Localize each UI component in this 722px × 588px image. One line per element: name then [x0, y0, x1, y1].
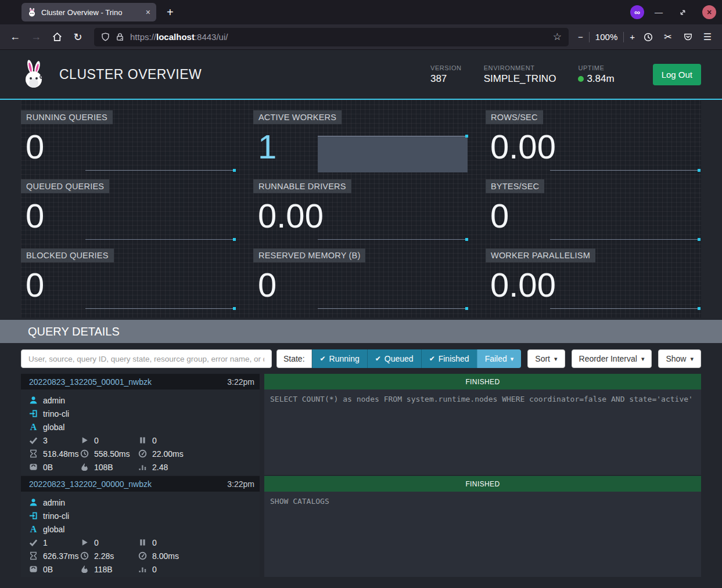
completed-splits: 3	[43, 436, 48, 445]
completed-splits-icon	[29, 436, 38, 445]
filter-running-button[interactable]: ✔ Running	[312, 349, 367, 368]
url-bar[interactable]: https://localhost:8443/ui/ ☆	[94, 28, 569, 46]
queued-splits: 0	[152, 538, 157, 547]
query-source: trino-cli	[43, 409, 69, 419]
cpu-time: 22.00ms	[152, 449, 184, 459]
filter-queued-button[interactable]: ✔ Queued	[367, 349, 421, 368]
cumulative-memory-icon	[138, 565, 147, 573]
current-memory-icon	[29, 565, 38, 573]
sparkline	[550, 308, 700, 309]
query-row: 20220823_132202_00000_nwbzk 3:22pm FINIS…	[21, 476, 701, 577]
private-browsing-icon: ∞	[630, 5, 644, 19]
check-icon: ✔	[429, 355, 435, 363]
shield-icon[interactable]	[101, 33, 110, 41]
query-id-link[interactable]: 20220823_132202_00000_nwbzk	[29, 479, 227, 489]
stat-card-reserved-memory: RESERVED MEMORY (B) 0	[253, 248, 469, 313]
zoom-level[interactable]: 100%	[595, 32, 617, 42]
back-button[interactable]: ←	[6, 28, 24, 46]
resource-group-icon: A	[29, 525, 38, 533]
user-icon	[29, 498, 38, 507]
show-dropdown[interactable]: Show ▾	[658, 349, 701, 368]
close-window-button[interactable]: ×	[702, 5, 716, 19]
filter-finished-button[interactable]: ✔ Finished	[421, 349, 477, 368]
chevron-down-icon: ▾	[641, 355, 645, 363]
forward-button[interactable]: →	[27, 28, 45, 46]
stat-label: BLOCKED QUERIES	[21, 248, 114, 262]
maximize-button[interactable]	[673, 3, 692, 21]
running-splits-icon	[80, 436, 89, 445]
stat-value: 0	[26, 267, 236, 303]
zoom-in-button[interactable]: +	[630, 32, 635, 42]
version-label: VERSION	[430, 64, 462, 71]
query-meta-panel: admin trino-cli A global 1 0 0 626.37ms …	[21, 492, 260, 577]
current-memory: 0B	[43, 565, 53, 574]
sort-dropdown[interactable]: Sort ▾	[527, 349, 565, 368]
query-user: admin	[43, 498, 65, 507]
separator	[623, 32, 624, 42]
reload-button[interactable]: ↻	[69, 28, 87, 46]
browser-tab-bar: Cluster Overview - Trino × + ∞ — ×	[0, 0, 722, 24]
home-button[interactable]	[48, 28, 66, 46]
stat-label: RUNNABLE DRIVERS	[253, 179, 351, 193]
query-user: admin	[43, 396, 65, 405]
peak-memory: 108B	[94, 463, 113, 472]
check-icon: ✔	[375, 355, 381, 363]
stat-card-worker-parallelism: WORKER PARALLELISM 0.00	[486, 248, 701, 313]
query-source: trino-cli	[43, 511, 69, 521]
total-time-icon	[80, 551, 89, 560]
history-clock-icon[interactable]	[640, 28, 657, 46]
lock-warning-icon[interactable]	[116, 33, 124, 41]
stat-label: ROWS/SEC	[486, 110, 543, 124]
sparkline	[85, 239, 235, 240]
resource-group-icon: A	[29, 423, 38, 431]
search-input[interactable]	[21, 349, 272, 368]
check-icon: ✔	[320, 355, 326, 363]
menu-icon[interactable]: ☰	[699, 28, 716, 46]
queued-splits-icon	[138, 538, 147, 547]
bookmark-star-icon[interactable]: ☆	[553, 31, 562, 43]
minimize-button[interactable]: —	[655, 8, 663, 17]
sparkline	[85, 170, 235, 171]
completed-splits-icon	[29, 538, 38, 547]
source-icon	[29, 511, 38, 520]
stat-label: RUNNING QUERIES	[21, 110, 113, 124]
query-text: SHOW CATALOGS	[264, 492, 701, 577]
reorder-interval-dropdown[interactable]: Reorder Interval ▾	[572, 349, 652, 368]
cpu-time-icon	[138, 551, 147, 560]
wall-time: 626.37ms	[43, 551, 78, 561]
state-filter-label: State:	[276, 349, 312, 368]
tab-close-icon[interactable]: ×	[146, 8, 150, 17]
new-tab-button[interactable]: +	[167, 6, 174, 18]
wall-time: 518.48ms	[43, 449, 78, 459]
pocket-icon[interactable]	[679, 28, 696, 46]
url-text[interactable]: https://localhost:8443/ui/	[130, 32, 547, 42]
chevron-down-icon: ▾	[690, 355, 694, 363]
stat-label: WORKER PARALLELISM	[486, 248, 595, 262]
zoom-out-button[interactable]: −	[578, 32, 583, 42]
query-header: 20220823_132202_00000_nwbzk 3:22pm	[21, 476, 260, 492]
running-splits: 0	[94, 538, 99, 547]
total-wall-time: 558.50ms	[94, 449, 130, 459]
stat-label: ACTIVE WORKERS	[253, 110, 342, 124]
source-icon	[29, 409, 38, 418]
app-header: CLUSTER OVERVIEW VERSION 387 ENVIRONMENT…	[0, 50, 722, 100]
environment-info: ENVIRONMENT SIMPLE_TRINO	[484, 64, 556, 85]
stat-value: 0	[26, 129, 236, 165]
stat-label: RESERVED MEMORY (B)	[253, 248, 365, 262]
screenshot-scissors-icon[interactable]: ✂	[659, 28, 677, 46]
logout-button[interactable]: Log Out	[653, 64, 701, 85]
sparkline	[85, 308, 235, 309]
browser-tab[interactable]: Cluster Overview - Trino ×	[21, 3, 156, 21]
stat-value: 0	[258, 267, 469, 303]
chevron-down-icon: ▾	[511, 355, 514, 363]
sparkline	[318, 308, 468, 309]
query-resource-group: global	[43, 423, 64, 432]
trino-favicon-icon	[27, 8, 37, 17]
peak-memory-icon	[80, 565, 89, 573]
query-row: 20220823_132205_00001_nwbzk 3:22pm FINIS…	[21, 374, 701, 475]
running-splits: 0	[94, 436, 99, 445]
uptime-info: UPTIME 3.84m	[578, 64, 614, 85]
query-id-link[interactable]: 20220823_132205_00001_nwbzk	[29, 377, 227, 387]
stat-value: 0	[26, 198, 236, 234]
filter-failed-dropdown[interactable]: Failed ▾	[477, 349, 522, 368]
